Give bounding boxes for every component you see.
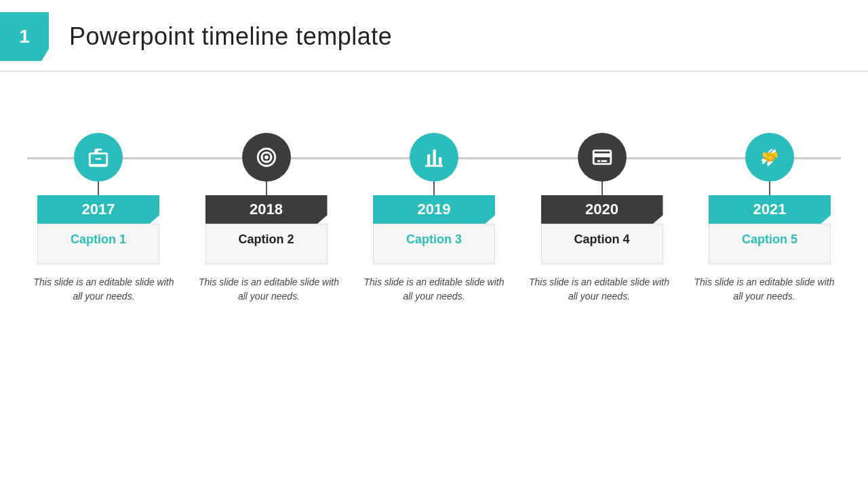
handshake-icon: 🤝 <box>758 146 781 169</box>
icon-circle-2019 <box>410 133 458 182</box>
caption-card-2017: Caption 1 <box>37 224 159 264</box>
caption-card-2021: Caption 5 <box>709 224 831 264</box>
year-box-2019: 2019 <box>373 195 495 224</box>
connector-2017 <box>98 182 99 195</box>
year-box-2021: 2021 <box>709 195 831 224</box>
description-2019: This slide is an editable slide with all… <box>363 275 505 304</box>
connector-2019 <box>433 182 435 195</box>
description-2021: This slide is an editable slide with all… <box>693 275 835 304</box>
description-2017: This slide is an editable slide with all… <box>33 275 175 304</box>
caption-title-2021: Caption 5 <box>742 232 797 246</box>
caption-card-2018: Caption 2 <box>205 224 328 264</box>
timeline-item-2017: 2017 Caption 1 <box>27 133 170 264</box>
timeline-items: 2017 Caption 1 2018 <box>27 92 841 264</box>
timeline-item-2019: 2019 Caption 3 <box>363 133 505 264</box>
connector-2018 <box>266 182 267 195</box>
description-row: This slide is an editable slide with all… <box>27 275 841 304</box>
svg-text:🤝: 🤝 <box>762 148 778 165</box>
main-content: 2017 Caption 1 2018 <box>0 72 868 304</box>
chart-icon <box>422 146 446 169</box>
briefcase-icon <box>87 146 110 169</box>
svg-point-0 <box>264 155 269 159</box>
page-header: 1 Powerpoint timeline template <box>0 0 868 72</box>
caption-card-2020: Caption 4 <box>541 224 663 264</box>
timeline-item-2021: 🤝 2021 Caption 5 <box>698 133 841 264</box>
icon-circle-2020 <box>578 133 627 182</box>
timeline-item-2020: 2020 Caption 4 <box>531 133 673 264</box>
slide-number: 1 <box>0 12 49 61</box>
description-2020: This slide is an editable slide with all… <box>528 275 671 304</box>
year-box-2018: 2018 <box>205 195 328 224</box>
year-box-2017: 2017 <box>37 195 159 224</box>
icon-circle-2021: 🤝 <box>745 133 794 182</box>
caption-title-2020: Caption 4 <box>574 232 629 246</box>
icon-circle-2017 <box>74 133 123 182</box>
page-title: Powerpoint timeline template <box>69 22 392 51</box>
connector-2021 <box>769 182 770 195</box>
money-icon <box>591 146 614 169</box>
caption-title-2019: Caption 3 <box>406 232 462 246</box>
connector-2020 <box>601 182 603 195</box>
icon-circle-2018 <box>242 133 291 182</box>
caption-title-2017: Caption 1 <box>71 232 126 246</box>
description-2018: This slide is an editable slide with all… <box>198 275 340 304</box>
caption-title-2018: Caption 2 <box>238 232 294 246</box>
timeline-item-2018: 2018 Caption 2 <box>195 133 338 264</box>
year-box-2020: 2020 <box>541 195 663 224</box>
caption-card-2019: Caption 3 <box>373 224 495 264</box>
target-icon <box>255 146 278 169</box>
